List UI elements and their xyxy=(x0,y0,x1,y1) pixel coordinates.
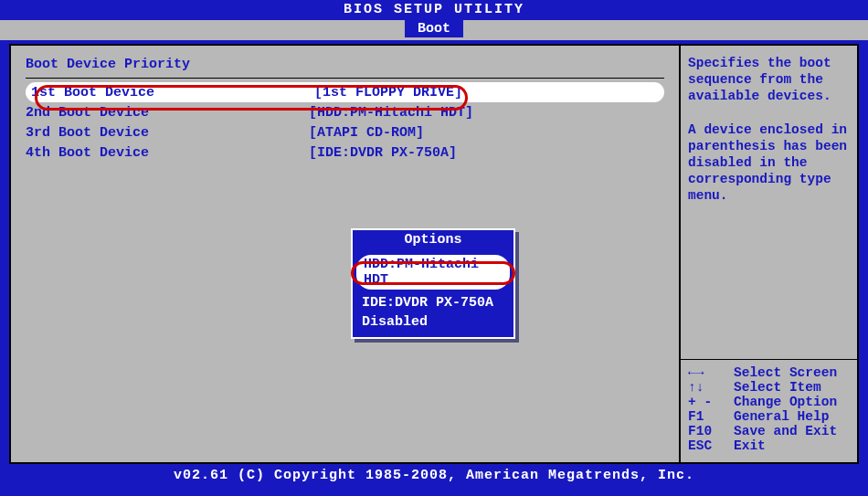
main-panel: Boot Device Priority 1st Boot Device [1s… xyxy=(11,46,679,462)
help-keys: ←→Select Screen ↑↓Select Item + -Change … xyxy=(688,354,850,453)
bios-body: Boot Device Priority 1st Boot Device [1s… xyxy=(9,44,859,464)
bios-header: BIOS SETUP UTILITY xyxy=(0,0,868,20)
section-divider xyxy=(26,78,664,79)
option-4[interactable]: IDE:DVDR PX-750A xyxy=(353,293,513,312)
options-popup[interactable]: Options 1st FLOPPY DRIVE HDD:PM-Hitachi … xyxy=(351,228,515,339)
footer-text: v02.61 (C) Copyright 1985-2008, American… xyxy=(174,468,694,483)
boot-row-4-value: [IDE:DVDR PX-750A] xyxy=(309,145,457,161)
footer: v02.61 (C) Copyright 1985-2008, American… xyxy=(0,466,868,485)
help-text-2: A device enclosed in parenthesis has bee… xyxy=(688,121,850,205)
key-row-5: F10Save and Exit xyxy=(688,424,850,438)
boot-row-1-label: 1st Boot Device xyxy=(31,85,314,100)
tab-boot[interactable]: Boot xyxy=(404,20,464,38)
key-row-3: + -Change Option xyxy=(688,395,850,409)
option-1[interactable]: 1st FLOPPY DRIVE xyxy=(353,251,513,255)
tab-bar: Boot xyxy=(0,20,868,40)
options-title: Options xyxy=(353,232,513,248)
boot-row-3[interactable]: 3rd Boot Device [ATAPI CD-ROM] xyxy=(26,122,664,142)
help-divider xyxy=(681,359,857,360)
boot-row-1[interactable]: 1st Boot Device [1st FLOPPY DRIVE] xyxy=(26,82,664,102)
boot-row-2[interactable]: 2nd Boot Device [HDD:PM-Hitachi HDT] xyxy=(26,102,664,122)
boot-row-1-value: [1st FLOPPY DRIVE] xyxy=(314,85,462,100)
boot-row-4-label: 4th Boot Device xyxy=(26,145,309,161)
boot-row-4[interactable]: 4th Boot Device [IDE:DVDR PX-750A] xyxy=(26,142,664,163)
key-row-6: ESCExit xyxy=(688,438,850,453)
boot-row-3-label: 3rd Boot Device xyxy=(26,125,309,141)
help-panel: Specifies the boot sequence from the ava… xyxy=(679,46,857,462)
boot-row-2-label: 2nd Boot Device xyxy=(26,105,309,121)
boot-row-3-value: [ATAPI CD-ROM] xyxy=(309,125,424,141)
boot-row-2-value: [HDD:PM-Hitachi HDT] xyxy=(309,105,473,121)
key-row-2: ↑↓Select Item xyxy=(688,380,850,395)
section-title: Boot Device Priority xyxy=(26,57,664,72)
key-row-1: ←→Select Screen xyxy=(688,365,850,380)
key-row-4: F1General Help xyxy=(688,409,850,424)
option-5[interactable]: Disabled xyxy=(353,312,513,332)
help-text-1: Specifies the boot sequence from the ava… xyxy=(688,55,850,104)
bios-title: BIOS SETUP UTILITY xyxy=(344,2,524,17)
option-2[interactable]: HDD:PM-Hitachi HDT xyxy=(356,255,510,290)
tab-boot-label: Boot xyxy=(418,21,450,37)
